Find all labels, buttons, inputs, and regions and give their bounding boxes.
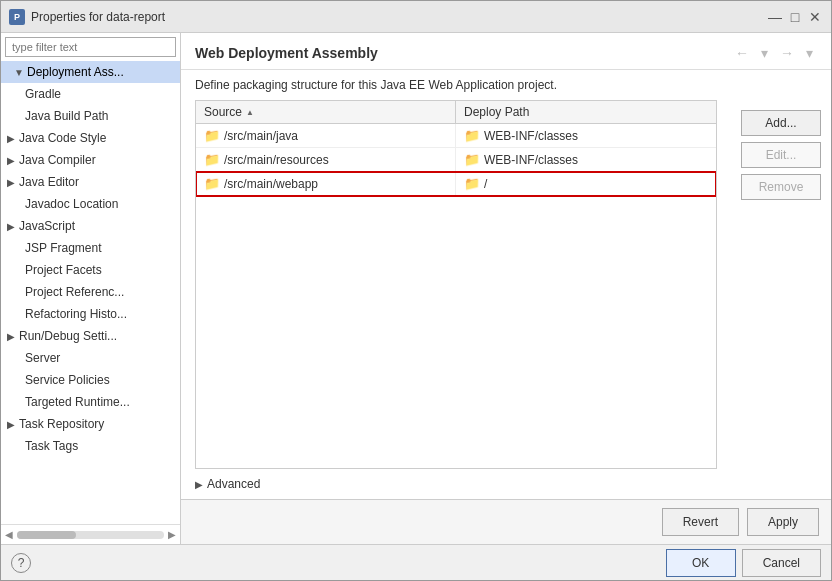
- add-button[interactable]: Add...: [741, 110, 821, 136]
- expand-icon: ▶: [5, 330, 17, 342]
- folder-icon: 📁: [464, 152, 480, 167]
- bottom-bar: Revert Apply: [181, 499, 831, 544]
- sidebar: ▼ Deployment Ass... Gradle Java Build Pa…: [1, 33, 181, 544]
- deployment-table: Source ▲ Deploy Path 📁: [195, 100, 717, 469]
- sidebar-item-label: Service Policies: [25, 373, 110, 387]
- minimize-button[interactable]: —: [767, 9, 783, 25]
- sidebar-item-jsp-fragment[interactable]: JSP Fragment: [1, 237, 180, 259]
- deploy-cell: 📁 /: [456, 172, 716, 195]
- folder-icon: 📁: [204, 128, 220, 143]
- sidebar-items: ▼ Deployment Ass... Gradle Java Build Pa…: [1, 61, 180, 524]
- sidebar-item-service-policies[interactable]: Service Policies: [1, 369, 180, 391]
- sidebar-item-java-compiler[interactable]: ▶ Java Compiler: [1, 149, 180, 171]
- filter-input[interactable]: [5, 37, 176, 57]
- table-row[interactable]: 📁 /src/main/java 📁 WEB-INF/classes: [196, 124, 716, 148]
- table-wrapper: Source ▲ Deploy Path 📁: [181, 100, 731, 499]
- nav-back-button[interactable]: ←: [731, 43, 753, 63]
- window-title: Properties for data-report: [31, 10, 165, 24]
- sidebar-item-label: JSP Fragment: [25, 241, 101, 255]
- column-source: Source ▲: [196, 101, 456, 123]
- sidebar-item-javascript[interactable]: ▶ JavaScript: [1, 215, 180, 237]
- sidebar-item-label: Run/Debug Setti...: [19, 329, 117, 343]
- table-row[interactable]: 📁 /src/main/webapp 📁 /: [196, 172, 716, 196]
- nav-dropdown-button[interactable]: ▾: [802, 43, 817, 63]
- sidebar-item-java-editor[interactable]: ▶ Java Editor: [1, 171, 180, 193]
- nav-forward-button[interactable]: →: [776, 43, 798, 63]
- sidebar-item-label: Task Repository: [19, 417, 104, 431]
- sidebar-item-project-facets[interactable]: Project Facets: [1, 259, 180, 281]
- close-button[interactable]: ✕: [807, 9, 823, 25]
- table-body: 📁 /src/main/java 📁 WEB-INF/classes: [196, 124, 716, 468]
- deploy-cell: 📁 WEB-INF/classes: [456, 124, 716, 147]
- expand-icon: ▶: [5, 154, 17, 166]
- sidebar-item-label: Java Compiler: [19, 153, 96, 167]
- cancel-button[interactable]: Cancel: [742, 549, 821, 577]
- window-controls: — □ ✕: [767, 9, 823, 25]
- main-panel: Web Deployment Assembly ← ▾ → ▾ Define p…: [181, 33, 831, 544]
- title-bar: P Properties for data-report — □ ✕: [1, 1, 831, 33]
- expand-icon: ▼: [13, 66, 25, 78]
- sidebar-item-project-references[interactable]: Project Referenc...: [1, 281, 180, 303]
- nav-down-button[interactable]: ▾: [757, 43, 772, 63]
- panel-body: Source ▲ Deploy Path 📁: [181, 100, 831, 499]
- column-deploy-path: Deploy Path: [456, 101, 716, 123]
- sidebar-item-task-repository[interactable]: ▶ Task Repository: [1, 413, 180, 435]
- action-buttons: Add... Edit... Remove: [731, 100, 831, 499]
- maximize-button[interactable]: □: [787, 9, 803, 25]
- sidebar-item-label: Project Facets: [25, 263, 102, 277]
- footer-bar: ? OK Cancel: [1, 544, 831, 580]
- sidebar-item-label: Refactoring Histo...: [25, 307, 127, 321]
- sidebar-item-task-tags[interactable]: Task Tags: [1, 435, 180, 457]
- sidebar-item-java-build-path[interactable]: Java Build Path: [1, 105, 180, 127]
- expand-icon: ▶: [5, 220, 17, 232]
- panel-title: Web Deployment Assembly: [195, 45, 378, 61]
- revert-button[interactable]: Revert: [662, 508, 739, 536]
- panel-header: Web Deployment Assembly ← ▾ → ▾: [181, 33, 831, 70]
- sidebar-item-label: Task Tags: [25, 439, 78, 453]
- sidebar-item-gradle[interactable]: Gradle: [1, 83, 180, 105]
- sidebar-item-deployment-assembly[interactable]: ▼ Deployment Ass...: [1, 61, 180, 83]
- source-cell: 📁 /src/main/webapp: [196, 172, 456, 195]
- sidebar-item-server[interactable]: Server: [1, 347, 180, 369]
- scroll-left-btn[interactable]: ◀: [5, 529, 13, 540]
- folder-icon: 📁: [464, 176, 480, 191]
- scrollbar-thumb: [17, 531, 76, 539]
- sidebar-item-run-debug[interactable]: ▶ Run/Debug Setti...: [1, 325, 180, 347]
- edit-button[interactable]: Edit...: [741, 142, 821, 168]
- expand-icon: ▶: [5, 132, 17, 144]
- panel-description: Define packaging structure for this Java…: [181, 70, 831, 100]
- advanced-section[interactable]: ▶ Advanced: [181, 469, 731, 499]
- sidebar-item-label: Java Build Path: [25, 109, 108, 123]
- sidebar-item-label: Gradle: [25, 87, 61, 101]
- sidebar-item-refactoring-history[interactable]: Refactoring Histo...: [1, 303, 180, 325]
- folder-icon: 📁: [464, 128, 480, 143]
- table-header: Source ▲ Deploy Path: [196, 101, 716, 124]
- nav-buttons: ← ▾ → ▾: [731, 43, 817, 63]
- advanced-label: Advanced: [207, 477, 260, 491]
- sidebar-item-label: JavaScript: [19, 219, 75, 233]
- sidebar-item-javadoc-location[interactable]: Javadoc Location: [1, 193, 180, 215]
- content-area: ▼ Deployment Ass... Gradle Java Build Pa…: [1, 33, 831, 544]
- apply-button[interactable]: Apply: [747, 508, 819, 536]
- window-icon: P: [9, 9, 25, 25]
- svg-text:P: P: [14, 12, 20, 22]
- folder-icon: 📁: [204, 176, 220, 191]
- ok-button[interactable]: OK: [666, 549, 736, 577]
- folder-icon: 📁: [204, 152, 220, 167]
- help-button[interactable]: ?: [11, 553, 31, 573]
- sidebar-item-label: Server: [25, 351, 60, 365]
- sidebar-item-targeted-runtime[interactable]: Targeted Runtime...: [1, 391, 180, 413]
- sidebar-item-java-code-style[interactable]: ▶ Java Code Style: [1, 127, 180, 149]
- remove-button[interactable]: Remove: [741, 174, 821, 200]
- sidebar-item-label: Java Editor: [19, 175, 79, 189]
- source-cell: 📁 /src/main/java: [196, 124, 456, 147]
- sidebar-item-label: Targeted Runtime...: [25, 395, 130, 409]
- scrollbar-track: [17, 531, 164, 539]
- expand-icon: ▶: [5, 418, 17, 430]
- deploy-cell: 📁 WEB-INF/classes: [456, 148, 716, 171]
- table-row[interactable]: 📁 /src/main/resources 📁 WEB-INF/classes: [196, 148, 716, 172]
- sidebar-scrollbar[interactable]: ◀ ▶: [1, 524, 180, 544]
- source-cell: 📁 /src/main/resources: [196, 148, 456, 171]
- scroll-right-btn[interactable]: ▶: [168, 529, 176, 540]
- sidebar-item-label: Javadoc Location: [25, 197, 118, 211]
